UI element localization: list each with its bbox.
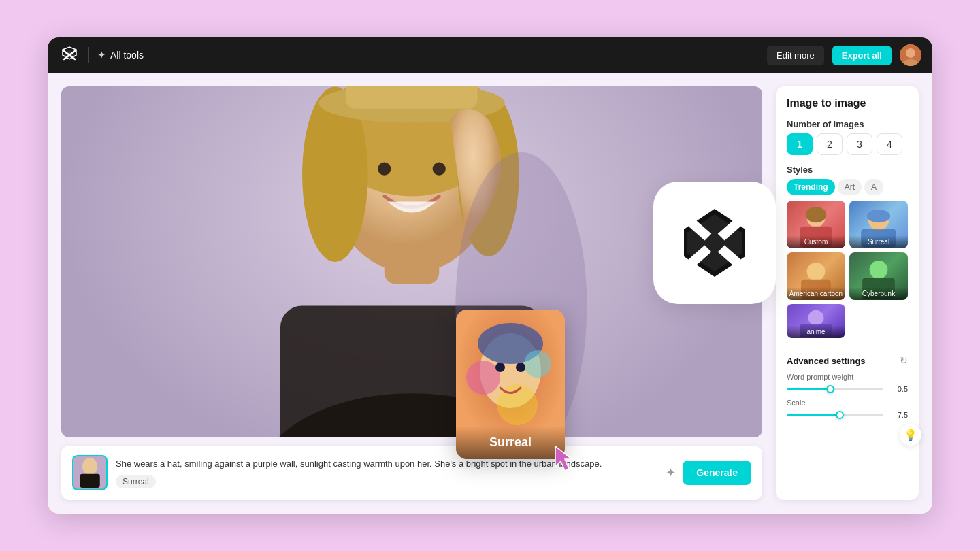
- user-avatar[interactable]: [900, 44, 921, 66]
- style-cyberpunk-label: Cyberpunk: [849, 287, 908, 300]
- main-content: She wears a hat, smiling against a purpl…: [48, 73, 932, 514]
- word-prompt-weight-label: Word prompt weight: [787, 373, 908, 381]
- tools-label: All tools: [110, 50, 144, 61]
- number-of-images-section: Number of images 1 2 3 4: [787, 119, 908, 155]
- export-all-button[interactable]: Export all: [832, 46, 892, 65]
- advanced-title: Advanced settings: [787, 356, 866, 366]
- svg-rect-19: [80, 474, 100, 488]
- svg-point-14: [378, 163, 391, 176]
- word-prompt-weight-slider[interactable]: 0.5: [787, 385, 908, 393]
- svg-marker-42: [555, 446, 572, 471]
- magic-wand-icon[interactable]: ✦: [666, 465, 676, 480]
- svg-point-30: [808, 310, 824, 326]
- style-item-surreal[interactable]: Surreal: [849, 201, 908, 248]
- svg-point-15: [433, 163, 446, 176]
- style-item-cyberpunk[interactable]: Cyberpunk: [849, 252, 908, 300]
- surreal-card: Surreal: [456, 310, 565, 459]
- slider-thumb-wpw[interactable]: [826, 385, 834, 393]
- style-item-american[interactable]: American cartoon: [787, 252, 845, 300]
- svg-point-28: [870, 261, 888, 279]
- word-prompt-weight-value: 0.5: [889, 385, 908, 393]
- styles-label: Styles: [787, 165, 908, 175]
- svg-rect-13: [346, 86, 477, 109]
- slider-track-wpw: [787, 388, 883, 390]
- slider-track-scale: [787, 414, 883, 416]
- tab-art[interactable]: Art: [838, 179, 862, 195]
- svg-point-18: [82, 458, 97, 475]
- style-grid: Custom Surreal: [787, 201, 908, 338]
- edit-more-button[interactable]: Edit more: [767, 46, 824, 65]
- style-surreal-label: Surreal: [849, 235, 908, 248]
- style-american-label: American cartoon: [787, 287, 845, 300]
- advanced-header: Advanced settings ↻: [787, 355, 908, 366]
- prompt-bar: She wears a hat, smiling against a purpl…: [61, 446, 762, 500]
- capcut-big-logo: [653, 182, 776, 304]
- nav-divider: [88, 47, 89, 63]
- num-btn-4[interactable]: 4: [877, 133, 902, 155]
- number-buttons: 1 2 3 4: [787, 133, 908, 155]
- surreal-card-label: Surreal: [456, 426, 565, 459]
- panel-title: Image to image: [787, 97, 908, 110]
- style-custom-label: Custom: [787, 235, 845, 248]
- magic-icon: ✦: [97, 49, 106, 61]
- style-tabs: Trending Art A: [787, 179, 908, 195]
- topnav: ✦ All tools Edit more Export all: [48, 37, 932, 73]
- scale-slider[interactable]: 7.5: [787, 411, 908, 419]
- number-section-label: Number of images: [787, 119, 908, 129]
- cursor-arrow: [555, 446, 583, 476]
- svg-point-40: [495, 363, 505, 372]
- generate-button[interactable]: Generate: [683, 461, 751, 485]
- refresh-icon[interactable]: ↻: [900, 355, 908, 366]
- num-btn-1[interactable]: 1: [787, 133, 813, 155]
- slider-thumb-scale[interactable]: [836, 411, 844, 419]
- svg-point-38: [524, 350, 551, 378]
- style-tag[interactable]: Surreal: [116, 475, 156, 488]
- slider-fill-wpw: [787, 388, 830, 390]
- right-panel: Image to image Number of images 1 2 3 4 …: [776, 86, 919, 500]
- num-btn-2[interactable]: 2: [817, 133, 843, 155]
- logo[interactable]: [59, 44, 80, 66]
- lightbulb-button[interactable]: 💡: [900, 424, 921, 446]
- tab-a[interactable]: A: [864, 179, 883, 195]
- scale-value: 7.5: [889, 411, 908, 419]
- svg-point-24: [867, 210, 890, 222]
- slider-fill-scale: [787, 414, 840, 416]
- style-anime-label: anime: [787, 325, 845, 338]
- num-btn-3[interactable]: 3: [847, 133, 872, 155]
- app-container: ✦ All tools Edit more Export all: [48, 37, 932, 514]
- svg-point-1: [906, 48, 915, 58]
- svg-point-37: [466, 361, 500, 395]
- tab-trending[interactable]: Trending: [787, 179, 835, 195]
- all-tools-button[interactable]: ✦ All tools: [97, 49, 144, 61]
- styles-section: Styles Trending Art A: [787, 165, 908, 338]
- style-item-custom[interactable]: Custom: [787, 201, 845, 248]
- prompt-actions: ✦ Generate: [666, 461, 751, 485]
- prompt-thumbnail: [72, 455, 108, 490]
- style-item-anime[interactable]: anime: [787, 304, 845, 338]
- scale-label: Scale: [787, 399, 908, 407]
- advanced-settings: Advanced settings ↻ Word prompt weight 0…: [787, 348, 908, 424]
- svg-point-41: [516, 363, 525, 372]
- svg-point-26: [807, 263, 826, 281]
- svg-point-22: [806, 207, 827, 222]
